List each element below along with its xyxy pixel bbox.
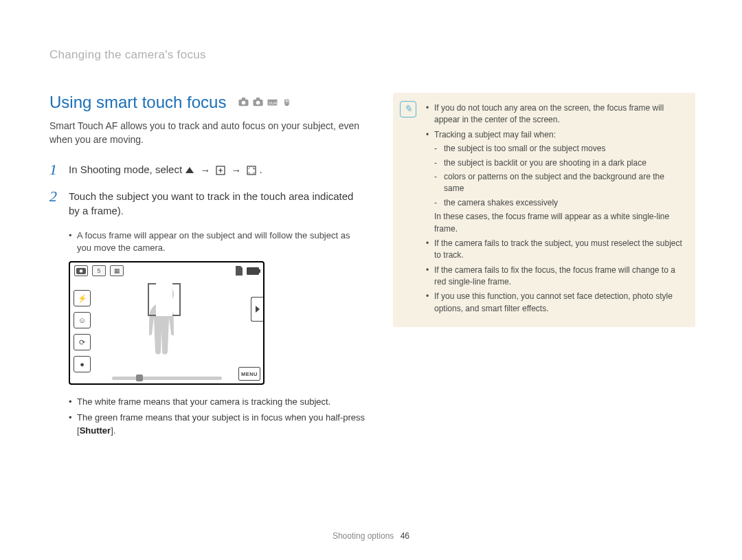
list-item: The green frame means that your subject … xyxy=(69,412,366,438)
list-item: If you use this function, you cannot set… xyxy=(426,291,683,315)
flash-auto-icon: ⚡ xyxy=(74,290,91,306)
mode-badge xyxy=(74,265,88,276)
list-item: A focus frame will appear on the subject… xyxy=(69,229,366,254)
list-item: If you do not touch any area on the scre… xyxy=(426,102,683,126)
page-footer: Shooting options 46 xyxy=(333,531,409,541)
focus-box-icon xyxy=(216,166,225,175)
step-body: Touch the subject you want to track in t… xyxy=(69,189,366,219)
step-note-list: A focus frame will appear on the subject… xyxy=(69,229,366,254)
list-item: the subject is backlit or you are shooti… xyxy=(434,157,683,169)
page-number: 46 xyxy=(401,531,409,541)
svg-point-13 xyxy=(80,270,83,273)
note-sublist: the subject is too small or the subject … xyxy=(434,143,683,209)
frame-meaning-list: The white frame means that your camera i… xyxy=(69,396,366,438)
list-item: the subject is too small or the subject … xyxy=(434,143,683,155)
step-2: 2 Touch the subject you want to track in… xyxy=(49,189,366,219)
right-column: ✎ If you do not touch any area on the sc… xyxy=(393,93,695,440)
list-item: Tracking a subject may fail when: the su… xyxy=(426,129,683,235)
screen-expand-tab xyxy=(251,297,263,322)
step-body: In Shooting mode, select → → + . xyxy=(69,162,366,178)
touch-focus-icon: + xyxy=(247,166,256,175)
step-number: 1 xyxy=(49,162,62,178)
svg-text:P: P xyxy=(262,102,263,107)
screen-top-right xyxy=(234,266,259,276)
svg-text:+: + xyxy=(253,166,256,170)
footer-section: Shooting options xyxy=(333,531,394,541)
step-number: 2 xyxy=(49,189,62,219)
camera-screen-illustration: 5 ▦ ⚡ ☺ ⟳ ● MENU xyxy=(69,261,265,385)
note-callout: ✎ If you do not touch any area on the sc… xyxy=(393,93,695,327)
focus-frame xyxy=(148,283,181,316)
svg-point-5 xyxy=(256,101,260,105)
section-heading: Using smart touch focus P DUAL xyxy=(49,93,366,112)
note-list: If you do not touch any area on the scre… xyxy=(426,102,683,315)
list-item: the camera shakes excessively xyxy=(434,197,683,209)
triangle-up-icon xyxy=(185,166,194,175)
heading-text: Using smart touch focus xyxy=(49,93,226,112)
svg-text:DUAL: DUAL xyxy=(269,101,278,105)
record-icon: ● xyxy=(74,356,91,372)
step-1: 1 In Shooting mode, select → → + . xyxy=(49,162,366,178)
list-item: colors or patterns on the subject and th… xyxy=(434,171,683,195)
left-column: Using smart touch focus P DUAL Smart Tou… xyxy=(49,93,366,440)
hand-shake-icon xyxy=(282,98,292,107)
intro-paragraph: Smart Touch AF allows you to track and a… xyxy=(49,119,366,147)
svg-point-2 xyxy=(242,101,246,105)
size-badge: 5 xyxy=(92,265,106,276)
dual-icon: DUAL xyxy=(267,98,278,107)
manual-page: Changing the camera's focus Using smart … xyxy=(0,0,742,468)
inline-icon-sequence: → → + xyxy=(185,163,256,178)
list-item: If the camera fails to track the subject… xyxy=(426,238,683,262)
battery-icon xyxy=(247,267,259,275)
quality-badge: ▦ xyxy=(110,265,124,276)
svg-rect-4 xyxy=(256,98,260,100)
sd-card-icon xyxy=(234,266,243,276)
list-item: If the camera fails to fix the focus, th… xyxy=(426,265,683,289)
screen-left-toolbar: ⚡ ☺ ⟳ ● xyxy=(74,290,91,372)
subject-silhouette xyxy=(139,282,194,364)
camera-icon xyxy=(238,98,249,107)
svg-rect-1 xyxy=(242,98,245,100)
mode-icons: P DUAL xyxy=(238,98,292,107)
zoom-slider xyxy=(112,377,222,380)
menu-button: MENU xyxy=(238,367,260,381)
note-icon: ✎ xyxy=(400,101,416,117)
shutter-label: Shutter xyxy=(80,425,111,436)
two-column-layout: Using smart touch focus P DUAL Smart Tou… xyxy=(49,93,693,440)
note-continuation: In these cases, the focus frame will app… xyxy=(434,212,669,233)
screen-top-left-badges: 5 ▦ xyxy=(74,265,124,276)
face-detect-icon: ☺ xyxy=(74,312,91,328)
focus-mode-icon: ⟳ xyxy=(74,334,91,350)
camera-p-icon: P xyxy=(253,98,263,107)
list-item: The white frame means that your camera i… xyxy=(69,396,366,409)
breadcrumb: Changing the camera's focus xyxy=(49,48,693,62)
